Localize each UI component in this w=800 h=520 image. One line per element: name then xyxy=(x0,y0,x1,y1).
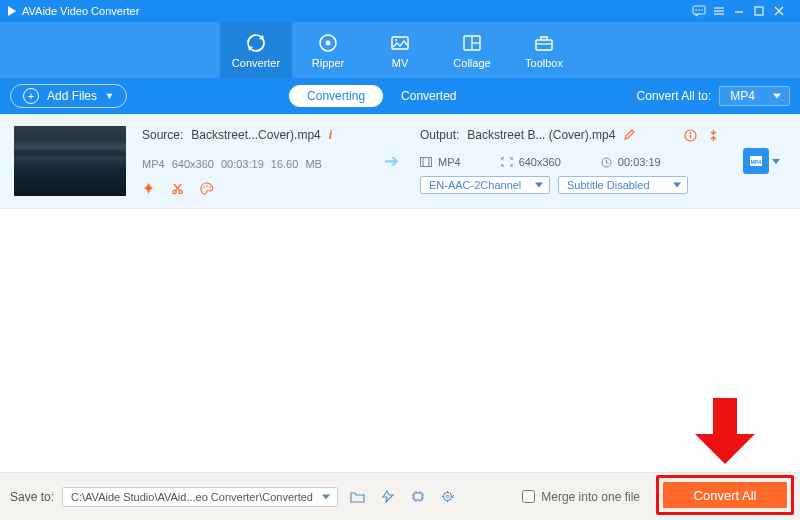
source-label: Source: xyxy=(142,128,183,142)
tab-ripper-label: Ripper xyxy=(312,57,344,69)
svg-rect-36 xyxy=(414,493,422,500)
hardware-icon[interactable] xyxy=(407,490,429,503)
add-files-button[interactable]: + Add Files ▼ xyxy=(10,84,127,108)
svg-rect-8 xyxy=(755,7,763,15)
svg-point-25 xyxy=(206,185,208,187)
open-folder-icon[interactable] xyxy=(346,490,369,503)
settings-icon[interactable] xyxy=(437,490,460,503)
plus-circle-icon: + xyxy=(23,88,39,104)
mv-icon xyxy=(389,32,411,54)
tab-mv-label: MV xyxy=(392,57,409,69)
svg-point-14 xyxy=(395,39,397,41)
info-icon[interactable]: i xyxy=(329,128,332,142)
save-to-label: Save to: xyxy=(10,490,54,504)
source-column: Source: Backstreet...Cover).mp4 i MP4 64… xyxy=(142,126,362,195)
tab-ripper[interactable]: Ripper xyxy=(292,22,364,78)
merge-label: Merge into one file xyxy=(541,490,640,504)
converter-icon xyxy=(245,32,267,54)
ripper-icon xyxy=(317,32,339,54)
toolbox-icon xyxy=(533,32,555,54)
tab-collage-label: Collage xyxy=(453,57,490,69)
subtab-converted[interactable]: Converted xyxy=(383,85,474,107)
output-filename: Backstreet B... (Cover).mp4 xyxy=(467,128,615,142)
tab-toolbox-label: Toolbox xyxy=(525,57,563,69)
tab-converter-label: Converter xyxy=(232,57,280,69)
minimize-icon[interactable] xyxy=(732,4,752,18)
svg-point-26 xyxy=(209,186,211,188)
output-duration: 00:03:19 xyxy=(601,156,661,168)
subtab-converting[interactable]: Converting xyxy=(289,85,383,107)
save-path-select[interactable]: C:\AVAide Studio\AVAid...eo Converter\Co… xyxy=(62,487,338,507)
arrow-right-icon: ➔ xyxy=(378,150,404,172)
tab-converter[interactable]: Converter xyxy=(220,22,292,78)
svg-rect-30 xyxy=(421,158,432,167)
add-files-label: Add Files xyxy=(47,89,97,103)
main-tabs: Converter Ripper MV Collage Toolbox xyxy=(0,22,800,78)
format-badge-icon: MP4 xyxy=(743,148,769,174)
convert-all-button[interactable]: Convert All xyxy=(663,482,787,508)
highlight-box: Convert All xyxy=(656,475,794,515)
collage-icon xyxy=(461,32,483,54)
output-resolution: 640x360 xyxy=(501,156,561,168)
merge-checkbox[interactable] xyxy=(522,490,535,503)
feedback-icon[interactable] xyxy=(692,4,712,18)
svg-point-24 xyxy=(203,186,205,188)
file-item: Source: Backstreet...Cover).mp4 i MP4 64… xyxy=(0,114,800,209)
convert-all-to-select[interactable]: MP4 xyxy=(719,86,790,106)
format-badge-dropdown[interactable]: MP4 xyxy=(736,148,786,174)
svg-text:MP4: MP4 xyxy=(750,159,761,165)
clock-icon xyxy=(601,157,612,168)
source-filename: Backstreet...Cover).mp4 xyxy=(191,128,320,142)
subtitle-select[interactable]: Subtitle Disabled xyxy=(558,176,688,194)
menu-icon[interactable] xyxy=(712,4,732,18)
tool-row: + Add Files ▼ Converting Converted Conve… xyxy=(0,78,800,114)
highlight-arrow-icon xyxy=(695,398,755,468)
pin-icon[interactable] xyxy=(142,182,155,195)
svg-point-1 xyxy=(695,9,697,11)
svg-point-3 xyxy=(701,9,703,11)
output-label: Output: xyxy=(420,128,459,142)
cut-icon[interactable] xyxy=(171,182,184,195)
svg-point-46 xyxy=(446,495,449,498)
app-logo-icon xyxy=(8,6,16,16)
tab-toolbox[interactable]: Toolbox xyxy=(508,22,580,78)
tab-mv[interactable]: MV xyxy=(364,22,436,78)
film-icon xyxy=(420,157,432,167)
tab-collage[interactable]: Collage xyxy=(436,22,508,78)
maximize-icon[interactable] xyxy=(752,4,772,18)
svg-point-12 xyxy=(326,40,331,45)
speed-icon[interactable] xyxy=(377,490,399,503)
info-output-icon[interactable] xyxy=(684,129,697,142)
audio-track-select[interactable]: EN-AAC-2Channel xyxy=(420,176,550,194)
app-title: AVAide Video Converter xyxy=(22,5,139,17)
output-format: MP4 xyxy=(420,156,461,168)
convert-all-to-label: Convert All to: xyxy=(637,89,712,103)
close-icon[interactable] xyxy=(772,4,792,18)
expand-icon xyxy=(501,157,513,167)
compress-icon[interactable] xyxy=(707,129,720,142)
palette-icon[interactable] xyxy=(200,182,214,195)
svg-rect-18 xyxy=(536,40,552,50)
edit-icon[interactable] xyxy=(623,129,635,141)
svg-point-2 xyxy=(698,9,700,11)
source-meta: MP4 640x360 00:03:19 16.60 MB xyxy=(142,158,362,170)
chevron-down-icon: ▼ xyxy=(105,91,114,101)
output-column: Output: Backstreet B... (Cover).mp4 MP4 xyxy=(420,126,720,194)
title-bar: AVAide Video Converter xyxy=(0,0,800,22)
svg-point-29 xyxy=(690,132,692,134)
video-thumbnail[interactable] xyxy=(14,126,126,196)
